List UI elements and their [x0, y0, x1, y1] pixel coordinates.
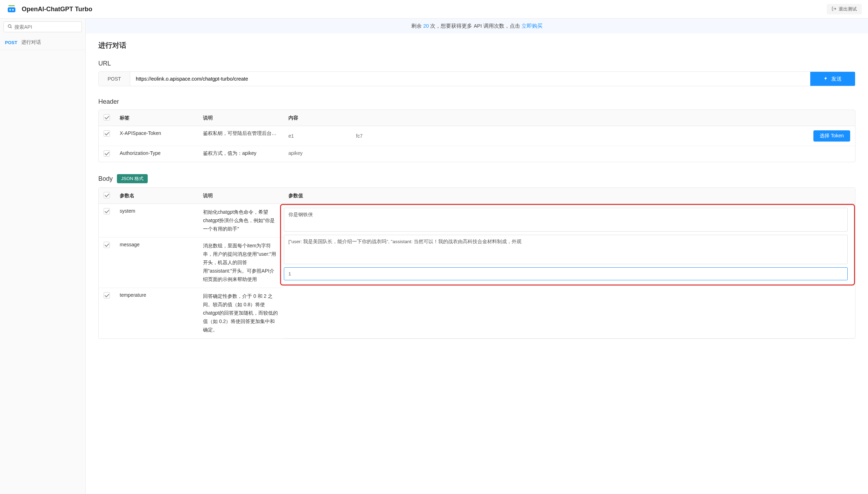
banner-mid: 次，想要获得更多 API 调用次数，点击	[429, 23, 522, 29]
sidebar: POST 进行对话	[0, 19, 86, 494]
param-desc: 消息数组，里面每个item为字符串，用户的提问消息使用"user:"用开头，机器…	[198, 238, 284, 288]
app-title: OpenAI-ChatGPT Turbo	[22, 6, 92, 13]
svg-rect-0	[8, 5, 15, 6]
topbar-left: OpenAI-ChatGPT Turbo	[6, 4, 92, 14]
url-input[interactable]	[130, 72, 810, 86]
method-badge: POST	[5, 40, 17, 45]
banner-prefix: 剩余	[411, 23, 423, 29]
body-title-text: Body	[98, 175, 113, 183]
th-desc: 说明	[198, 188, 284, 204]
body-row-check[interactable]	[104, 292, 110, 299]
search-box[interactable]	[4, 21, 82, 32]
header-section-title: Header	[98, 98, 855, 105]
send-label: 发送	[831, 76, 842, 82]
svg-point-2	[9, 9, 11, 11]
quota-banner: 剩余 20 次，想要获得更多 API 调用次数，点击 立即购买	[86, 19, 868, 34]
header-desc: 鉴权私钥，可登陆后在管理后台的…	[198, 126, 284, 146]
header-row-check[interactable]	[104, 150, 110, 157]
url-row: POST 发送	[98, 71, 855, 86]
json-badge: JSON 格式	[117, 174, 148, 183]
header-row: Authorization-Type 鉴权方式，值为：apikey apikey	[99, 146, 855, 162]
header-row: X-APISpace-Token 鉴权私钥，可登陆后在管理后台的… e1 fc7	[99, 126, 855, 146]
header-desc: 鉴权方式，值为：apikey	[198, 146, 284, 162]
svg-point-3	[12, 9, 14, 11]
send-icon	[824, 76, 828, 82]
svg-rect-1	[8, 7, 15, 12]
param-name: system	[115, 204, 198, 238]
param-value-temperature[interactable]	[284, 267, 848, 280]
param-values-highlight	[280, 204, 855, 286]
param-value-message[interactable]	[284, 235, 848, 264]
body-check-all[interactable]	[104, 192, 110, 198]
header-content: apikey	[288, 150, 302, 156]
search-icon	[7, 24, 12, 30]
svg-line-6	[11, 27, 12, 28]
header-check-all[interactable]	[104, 114, 110, 121]
exit-test-button[interactable]: 退出测试	[827, 4, 862, 14]
sidebar-item-chat[interactable]: POST 进行对话	[0, 35, 85, 50]
header-row-check[interactable]	[104, 130, 110, 137]
buy-link[interactable]: 立即购买	[522, 23, 542, 29]
param-value-system[interactable]	[284, 208, 848, 232]
param-desc: 回答确定性参数，介于 0 和 2 之间。较高的值（如 0.8）将使chatgpt…	[198, 288, 284, 338]
body-row-check[interactable]	[104, 242, 110, 248]
exit-label: 退出测试	[839, 6, 857, 12]
body-row-system: system 初始化chatgpt角色命令，希望chatgpt扮演什么角色，例如…	[99, 204, 855, 238]
search-input[interactable]	[14, 24, 78, 30]
main-panel: 剩余 20 次，想要获得更多 API 调用次数，点击 立即购买 进行对话 URL…	[86, 19, 868, 494]
header-table: 标签 说明 内容 X-APISpace-Token 鉴权私钥，可登陆后在管理后台…	[98, 110, 855, 162]
body-section-title: Body JSON 格式	[98, 174, 855, 183]
send-button[interactable]: 发送	[810, 72, 855, 86]
url-section-title: URL	[98, 60, 855, 67]
body-table: 参数名 说明 参数值 system 初始化chatgpt角色命令，希望chatg…	[98, 187, 855, 339]
select-token-button[interactable]: 选择 Token	[813, 130, 850, 142]
exit-icon	[832, 6, 836, 12]
svg-point-5	[8, 25, 11, 27]
page-title: 进行对话	[98, 41, 855, 50]
th-label: 标签	[115, 110, 198, 126]
th-value: 参数值	[284, 188, 855, 204]
url-method: POST	[99, 72, 130, 86]
header-label: X-APISpace-Token	[115, 126, 198, 146]
th-content: 内容	[284, 110, 855, 126]
banner-count: 20	[423, 23, 429, 29]
topbar: OpenAI-ChatGPT Turbo 退出测试	[0, 0, 868, 19]
th-desc: 说明	[198, 110, 284, 126]
header-content: e1 fc7	[288, 133, 363, 139]
th-param: 参数名	[115, 188, 198, 204]
header-label: Authorization-Type	[115, 146, 198, 162]
param-name: temperature	[115, 288, 198, 338]
sidebar-item-label: 进行对话	[21, 39, 41, 46]
body-row-check[interactable]	[104, 208, 110, 214]
param-name: message	[115, 238, 198, 288]
app-logo	[6, 4, 17, 14]
param-desc: 初始化chatgpt角色命令，希望chatgpt扮演什么角色，例如"你是一个有用…	[198, 204, 284, 238]
